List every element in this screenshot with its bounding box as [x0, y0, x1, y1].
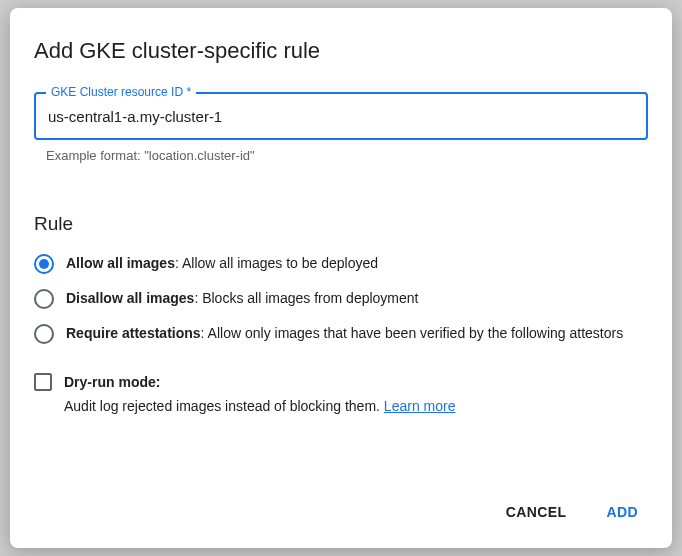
dialog-title: Add GKE cluster-specific rule [34, 38, 648, 64]
checkbox-icon[interactable] [34, 373, 52, 391]
cancel-button[interactable]: CANCEL [500, 496, 573, 528]
add-button[interactable]: ADD [600, 496, 644, 528]
dialog-add-gke-rule: Add GKE cluster-specific rule GKE Cluste… [10, 8, 672, 548]
rule-section-heading: Rule [34, 213, 648, 235]
rule-options-group: Allow all images: Allow all images to be… [34, 253, 648, 344]
option-text: Require attestations: Allow only images … [66, 323, 648, 344]
dialog-actions: CANCEL ADD [34, 480, 648, 536]
option-text: Disallow all images: Blocks all images f… [66, 288, 648, 309]
radio-icon[interactable] [34, 254, 54, 274]
radio-icon[interactable] [34, 289, 54, 309]
option-text: Allow all images: Allow all images to be… [66, 253, 648, 274]
cluster-id-input[interactable] [48, 108, 634, 125]
cluster-id-field-wrapper[interactable]: GKE Cluster resource ID * [34, 92, 648, 140]
cluster-id-label: GKE Cluster resource ID * [46, 85, 196, 99]
dry-run-row[interactable]: Dry-run mode: Audit log rejected images … [34, 372, 648, 417]
option-allow-all[interactable]: Allow all images: Allow all images to be… [34, 253, 648, 274]
cluster-id-hint: Example format: "location.cluster-id" [46, 148, 648, 163]
radio-icon[interactable] [34, 324, 54, 344]
dry-run-text: Dry-run mode: Audit log rejected images … [64, 372, 455, 417]
option-require-attestations[interactable]: Require attestations: Allow only images … [34, 323, 648, 344]
learn-more-link[interactable]: Learn more [384, 398, 456, 414]
option-disallow-all[interactable]: Disallow all images: Blocks all images f… [34, 288, 648, 309]
